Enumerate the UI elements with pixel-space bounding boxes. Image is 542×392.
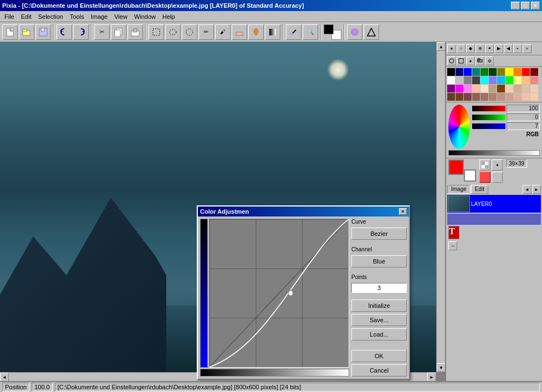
swatch-darkblue[interactable] — [456, 68, 463, 76]
rt2-2[interactable] — [457, 56, 466, 65]
cut-button[interactable]: ✂ — [94, 24, 110, 40]
scroll-left-button[interactable]: ◄ — [0, 373, 9, 381]
rt-tool-6[interactable]: ▶ — [494, 44, 503, 53]
swatch-804040[interactable] — [464, 93, 472, 101]
swatch-d0a090[interactable] — [505, 93, 513, 101]
swatch-blue[interactable] — [464, 68, 472, 76]
swatch-maroon[interactable] — [530, 68, 538, 76]
swatch-ffccaa[interactable] — [530, 93, 538, 101]
rt-tool-7[interactable]: ◀ — [504, 44, 513, 53]
channel-button[interactable]: Blue — [351, 255, 407, 267]
points-input[interactable]: 3 — [351, 283, 407, 293]
swatch-skin[interactable] — [505, 85, 513, 92]
swatch-a07060[interactable] — [480, 93, 488, 101]
zoom-button[interactable]: 🔍 — [303, 24, 318, 40]
select-lasso-button[interactable] — [165, 24, 181, 40]
pencil-button[interactable]: ✏ — [198, 24, 214, 40]
eyedrop-button[interactable] — [286, 24, 301, 40]
menu-tools[interactable]: Tools — [67, 12, 88, 21]
rt-tool-3[interactable]: ◆ — [466, 44, 475, 53]
bezier-button[interactable]: Bezier — [351, 228, 407, 240]
undo-button[interactable] — [57, 24, 72, 40]
dark-box-btn[interactable] — [492, 172, 503, 183]
swatch-black[interactable] — [447, 68, 455, 76]
swatch-c09080[interactable] — [497, 93, 505, 101]
rt-tool-2[interactable]: ○ — [457, 44, 466, 53]
save-button[interactable]: Save... — [351, 314, 407, 326]
swatch-peach[interactable] — [472, 85, 480, 92]
g-value[interactable]: 0 — [507, 114, 540, 121]
rt2-5[interactable]: ⚙ — [485, 56, 494, 65]
swatch-darkgreen[interactable] — [489, 68, 497, 76]
curve-graph[interactable] — [209, 219, 349, 368]
new-button[interactable] — [2, 24, 18, 40]
swatch-704020[interactable] — [456, 93, 463, 101]
swatch-orange[interactable] — [514, 68, 521, 76]
swatch-yellow[interactable] — [505, 68, 513, 76]
layer-row[interactable]: LAYER0 — [447, 195, 541, 213]
rt2-3[interactable]: ● — [466, 56, 475, 65]
foreground-color-box[interactable] — [448, 159, 464, 175]
swatch-pink[interactable] — [464, 85, 472, 92]
swatch-tan[interactable] — [489, 85, 497, 92]
swatch-lightyellow[interactable] — [514, 76, 521, 84]
swatch-lightorange[interactable] — [522, 76, 530, 84]
t-tool-icon[interactable]: T — [448, 226, 459, 239]
select-rect-button[interactable] — [149, 24, 164, 40]
menu-file[interactable]: File — [1, 12, 18, 21]
swatch-906050[interactable] — [472, 93, 480, 101]
swatch-e0b0a0[interactable] — [514, 93, 521, 101]
swatch-beige[interactable] — [480, 85, 488, 92]
swatch-gray[interactable] — [464, 76, 472, 84]
swatch-604020[interactable] — [447, 93, 455, 101]
rt-tool-4[interactable]: ⊕ — [475, 44, 484, 53]
save-button[interactable] — [35, 24, 51, 40]
bucket-button[interactable] — [248, 24, 264, 40]
swatch-magenta[interactable] — [456, 85, 463, 92]
swatch-f0c0b0[interactable] — [522, 93, 530, 101]
swatch-white[interactable] — [447, 76, 455, 84]
swatch-olive[interactable] — [497, 68, 505, 76]
background-color-box[interactable] — [464, 169, 476, 182]
b-color-bar[interactable] — [472, 123, 505, 129]
r-color-bar[interactable] — [472, 106, 505, 111]
layer-extra-btn[interactable]: ─ — [448, 241, 457, 250]
swatch-darkgray[interactable] — [472, 76, 480, 84]
open-button[interactable] — [19, 24, 34, 40]
red-box-btn[interactable] — [479, 172, 490, 183]
star-btn[interactable]: ✦ — [492, 159, 503, 171]
swatch-lightgray[interactable] — [456, 76, 463, 84]
layer-prev[interactable]: ◄ — [523, 185, 531, 194]
menu-image[interactable]: Image — [88, 12, 111, 21]
menu-window[interactable]: Window — [131, 12, 159, 21]
ok-button[interactable]: OK — [351, 350, 407, 362]
swatch-lightblue[interactable] — [489, 76, 497, 84]
color-wheel[interactable] — [448, 105, 470, 149]
scroll-up-button[interactable]: ▲ — [437, 42, 445, 51]
eraser-button[interactable] — [232, 24, 247, 40]
swatch-purple[interactable] — [447, 85, 455, 92]
cancel-button[interactable]: Cancel — [351, 364, 407, 376]
maximize-button[interactable]: □ — [521, 2, 530, 9]
rt2-1[interactable] — [447, 56, 456, 65]
menu-help[interactable]: Help — [159, 12, 178, 21]
swatch-e0c0a0[interactable] — [522, 85, 530, 92]
rt-close[interactable]: × — [523, 44, 531, 53]
dialog-close-button[interactable]: × — [399, 208, 407, 215]
swatch-lightgreen[interactable] — [505, 76, 513, 84]
rt2-4[interactable] — [475, 56, 484, 65]
brush-button[interactable]: 🖌 — [215, 24, 231, 40]
gradient-button[interactable] — [265, 24, 280, 40]
swatch-green[interactable] — [480, 68, 488, 76]
scroll-down-button[interactable]: ▼ — [437, 363, 445, 372]
swatch-red[interactable] — [522, 68, 530, 76]
layer-next[interactable]: ► — [532, 185, 541, 194]
minimize-button[interactable]: _ — [511, 2, 520, 9]
initialize-button[interactable]: Initialize — [351, 300, 407, 312]
menu-view[interactable]: View — [111, 12, 131, 21]
swatch-teal[interactable] — [472, 68, 480, 76]
fg-color-toolbar[interactable] — [324, 24, 334, 34]
close-button[interactable]: × — [531, 2, 540, 9]
menu-edit[interactable]: Edit — [18, 12, 35, 21]
rt-tool-8[interactable]: ▪ — [513, 44, 522, 53]
